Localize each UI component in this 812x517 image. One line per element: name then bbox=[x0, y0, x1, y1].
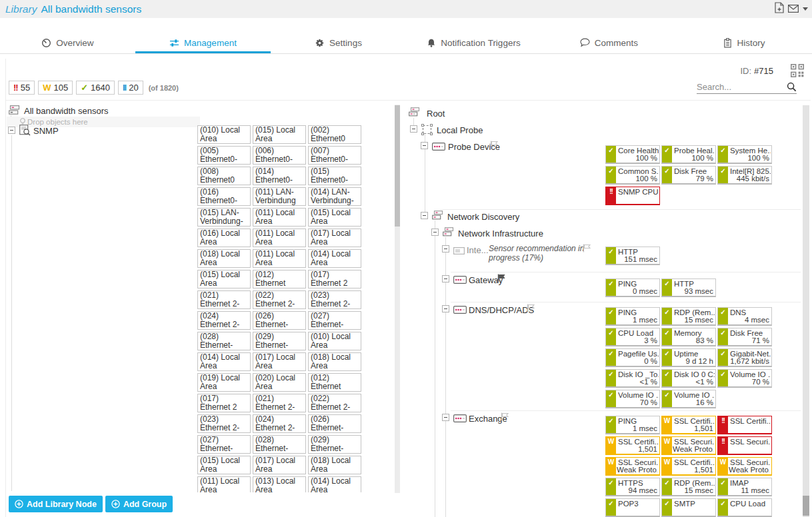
sensor-box[interactable]: Disk Free 71 % bbox=[717, 328, 772, 346]
grid-sensor-item[interactable]: (014) Ethernet0-WFP Native bbox=[253, 167, 306, 185]
sensor-box[interactable]: POP3 bbox=[605, 498, 660, 517]
grid-sensor-item[interactable]: (027) Ethernet-QoS Packet bbox=[308, 311, 361, 330]
dns-dhcp-ads-expander[interactable] bbox=[442, 305, 449, 312]
grid-sensor-item[interactable]: (016) Local Area bbox=[197, 229, 251, 247]
network-infrastructure-expander[interactable] bbox=[431, 229, 439, 236]
library-root-label[interactable]: All bandwidth sensors bbox=[24, 106, 108, 116]
qr-code-icon[interactable] bbox=[791, 64, 804, 80]
sensor-box[interactable]: SSL Certifi... 1,501 bbox=[661, 416, 716, 434]
grid-sensor-item[interactable]: (011) Local Area bbox=[253, 229, 306, 247]
grid-sensor-item[interactable]: (024) Ethernet 2-WFP Native bbox=[253, 414, 306, 433]
sensor-box[interactable]: PING 1 msec bbox=[605, 307, 660, 326]
grid-sensor-item[interactable]: (011) Local Area bbox=[197, 476, 251, 492]
grid-sensor-item[interactable]: (017) Local Area bbox=[253, 352, 306, 371]
sensor-box[interactable]: Disk Free 79 % bbox=[661, 166, 716, 185]
sensor-box[interactable]: PING 0 msec bbox=[605, 278, 660, 297]
caret-down-icon[interactable] bbox=[803, 7, 808, 11]
grid-sensor-item[interactable]: (010) Local Area bbox=[308, 332, 361, 350]
grid-sensor-item[interactable]: (017) Ethernet 2 Traffic bbox=[197, 394, 251, 412]
grid-sensor-item[interactable]: (018) Local Area bbox=[308, 352, 361, 371]
grid-sensor-item[interactable]: (015) Local Area bbox=[197, 456, 251, 474]
sensor-box[interactable]: Disk IO 0 C: <1 % bbox=[661, 369, 716, 388]
grid-sensor-item[interactable]: (005) Ethernet0-WFP Native bbox=[197, 146, 251, 165]
sensor-box[interactable]: PING 1 msec bbox=[605, 416, 660, 434]
email-icon[interactable] bbox=[788, 3, 799, 15]
sensor-box[interactable]: Memory 83 % bbox=[661, 328, 716, 346]
sensor-box[interactable]: RDP (Rem... 15 msec bbox=[661, 307, 716, 326]
grid-sensor-item[interactable]: (018) Local Area bbox=[197, 249, 251, 268]
status-badge-down[interactable]: !!55 bbox=[9, 81, 35, 95]
grid-sensor-item[interactable]: (017) Local Area bbox=[308, 229, 361, 247]
sensor-box[interactable]: SNMP CPU... bbox=[605, 187, 660, 205]
tree-node-root[interactable]: Root bbox=[427, 109, 445, 119]
gateway-expander[interactable] bbox=[442, 275, 449, 282]
grid-sensor-item[interactable]: (002) Ethernet0 Traffic bbox=[308, 125, 361, 144]
grid-sensor-item[interactable]: (011) Local Area bbox=[253, 249, 306, 268]
local-probe-expander[interactable] bbox=[410, 125, 417, 133]
grid-sensor-item[interactable]: (014) LAN-Verbindung-QoS bbox=[308, 187, 361, 206]
grid-sensor-item[interactable]: (016) Ethernet0-WFP 802.3 bbox=[197, 187, 251, 206]
grid-sensor-item[interactable]: (021) Ethernet 2-Network bbox=[253, 394, 306, 412]
internet-device-expander[interactable] bbox=[442, 245, 449, 253]
sensor-box[interactable]: Probe Heal... 100 % bbox=[661, 145, 716, 164]
add-library-node-button[interactable]: Add Library Node bbox=[9, 496, 103, 512]
tab-notification-triggers[interactable]: Notification Triggers bbox=[406, 32, 541, 53]
sensor-box[interactable]: SSL Certifi... 1,501 bbox=[605, 436, 660, 455]
grid-sensor-item[interactable]: (014) Local Area bbox=[197, 352, 251, 371]
status-badge-up[interactable]: ✓1640 bbox=[76, 81, 115, 95]
sensor-box[interactable]: SSL Securi... bbox=[717, 436, 772, 455]
middle-scrollbar-thumb[interactable] bbox=[395, 105, 400, 227]
grid-sensor-item[interactable]: (019) Local Area bbox=[197, 373, 251, 392]
snmp-node-expander[interactable] bbox=[8, 127, 15, 134]
tab-history[interactable]: History bbox=[677, 32, 812, 53]
status-badge-warning[interactable]: W105 bbox=[38, 81, 73, 95]
grid-sensor-item[interactable]: (017) Ethernet 2 Traffic bbox=[308, 270, 361, 288]
grid-sensor-item[interactable]: (015) Ethernet0-QoS Packet bbox=[308, 167, 361, 185]
grid-sensor-item[interactable]: (022) Ethernet 2-QoS Packet bbox=[308, 394, 361, 412]
sensor-box[interactable]: Intel[R] 825... 445 kbit/s bbox=[717, 166, 772, 185]
grid-sensor-item[interactable]: (029) Ethernet-WFP Native bbox=[253, 332, 306, 350]
grid-sensor-item[interactable]: (007) Ethernet0-WFP 802.3 bbox=[308, 146, 361, 165]
sensor-box[interactable]: Volume IO ... 70 % bbox=[717, 369, 772, 388]
sensor-box[interactable]: SSL Securi... Weak Proto... bbox=[605, 457, 660, 476]
grid-sensor-item[interactable]: (015) Local Area bbox=[308, 208, 361, 227]
sensor-box[interactable]: Pagefile Us... 0 % bbox=[605, 348, 660, 367]
grid-sensor-item[interactable]: (029) Ethernet-WFP Native bbox=[308, 435, 361, 454]
new-window-icon[interactable] bbox=[775, 2, 784, 16]
grid-sensor-item[interactable]: (028) Ethernet-WFP 802.3 bbox=[253, 435, 306, 454]
sensor-box[interactable]: IMAP 11 msec bbox=[717, 478, 772, 496]
grid-sensor-item[interactable]: (011) LAN-Verbindung bbox=[253, 187, 306, 206]
tab-settings[interactable]: Settings bbox=[271, 32, 406, 53]
grid-sensor-item[interactable]: (013) Local Area bbox=[253, 476, 306, 492]
sensor-box[interactable]: SSL Certifi... 1,501 bbox=[661, 457, 716, 476]
grid-sensor-item[interactable]: (012) Ethernet Traffic bbox=[253, 270, 306, 288]
tab-management[interactable]: Management bbox=[135, 32, 271, 53]
grid-sensor-item[interactable]: (008) Ethernet0 Traffic bbox=[197, 167, 251, 185]
grid-sensor-item[interactable]: (026) Ethernet-Network bbox=[308, 414, 361, 433]
grid-sensor-item[interactable]: (017) Local Area bbox=[253, 456, 306, 474]
sensor-box[interactable]: SSL Securi... Weak Proto... bbox=[661, 436, 716, 455]
grid-sensor-item[interactable]: (028) Ethernet-WFP 802.3 bbox=[197, 332, 251, 350]
tree-node-network-infrastructure[interactable]: Network Infrastructure bbox=[458, 229, 543, 239]
grid-sensor-item[interactable]: (023) Ethernet 2-WFP 802.3 bbox=[197, 414, 251, 433]
tab-comments[interactable]: Comments bbox=[541, 32, 677, 53]
grid-sensor-item[interactable]: (020) Local Area bbox=[253, 373, 306, 392]
grid-sensor-item[interactable]: (018) Local Area bbox=[308, 456, 361, 474]
search-icon[interactable] bbox=[787, 82, 797, 92]
search-input[interactable] bbox=[697, 80, 781, 93]
tree-node-dns-dhcp-ads[interactable]: DNS/DHCP/ADS bbox=[469, 305, 534, 315]
sensor-box[interactable]: Uptime 9 d 12 h bbox=[661, 348, 716, 367]
add-group-button[interactable]: Add Group bbox=[105, 496, 173, 512]
sensor-box[interactable]: RDP (Rem... 15 msec bbox=[661, 478, 716, 496]
sensor-box[interactable]: SSL Certifi... bbox=[717, 416, 772, 434]
sensor-box[interactable]: System He... 100 % bbox=[717, 145, 772, 164]
grid-sensor-item[interactable]: (023) Ethernet 2-WFP 802.3 bbox=[308, 290, 361, 309]
library-node-snmp[interactable]: SNMP bbox=[33, 126, 59, 136]
sensor-box[interactable]: Common S... 100 % bbox=[605, 166, 660, 185]
sensor-box[interactable]: CPU Load bbox=[717, 498, 772, 517]
grid-sensor-item[interactable]: (015) Local Area bbox=[253, 125, 306, 144]
grid-sensor-item[interactable]: (022) Ethernet 2-QoS Packet bbox=[253, 290, 306, 309]
grid-sensor-item[interactable]: (021) Ethernet 2-Network bbox=[197, 290, 251, 309]
grid-sensor-item[interactable]: (026) Ethernet-Network bbox=[253, 311, 306, 330]
sensor-box[interactable]: Volume IO ... 70 % bbox=[605, 390, 660, 408]
